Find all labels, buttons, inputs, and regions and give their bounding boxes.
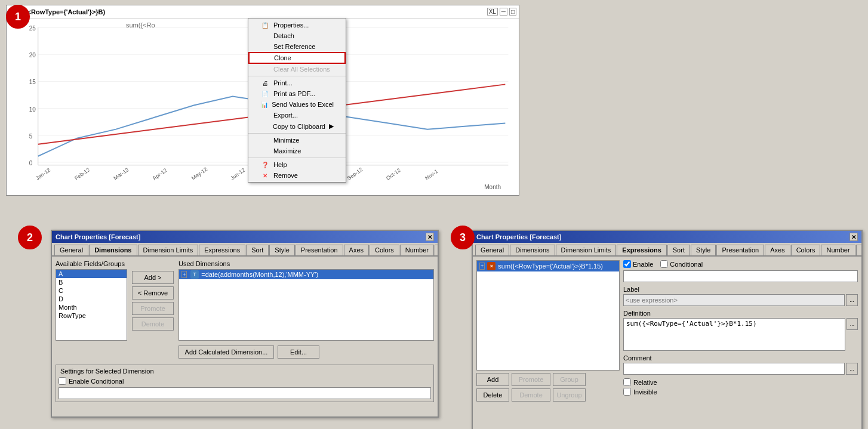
menu-print-pdf[interactable]: 📄 Print as PDF... [248,88,346,99]
menu-clear-all[interactable]: Clear All Selections [248,64,346,75]
comment-input-row: ... [623,363,858,375]
delete-expr-btn[interactable]: Delete [476,388,509,402]
context-menu[interactable]: 📋 Properties... Detach Set Reference Clo… [248,18,346,183]
field-Month[interactable]: Month [56,303,127,311]
tab-axes[interactable]: Axes [344,245,369,255]
relative-checkbox[interactable] [623,378,631,386]
used-dims-bottom-buttons: Add Calculated Dimension... Edit... [178,343,434,361]
label-dots-btn[interactable]: ... [846,294,858,306]
help-icon: ❓ [260,162,270,168]
tab-colors[interactable]: Colors [370,245,399,255]
excel-icon: 📊 [260,101,268,108]
field-B[interactable]: B [56,278,127,286]
tab-general[interactable]: General [54,245,88,255]
comment-input[interactable] [623,363,845,375]
available-fields-label: Available Fields/Groups [56,260,127,267]
field-RowType[interactable]: RowType [56,311,127,320]
menu-minimize[interactable]: Minimize [248,135,346,146]
tab-dimensions[interactable]: Dimensions [89,245,137,257]
tab-font[interactable]: Font [435,245,438,255]
w3-tab-colors[interactable]: Colors [791,245,821,255]
xl-icon[interactable]: XL [487,8,498,16]
w3-tab-dim-limits[interactable]: Dimension Limits [556,245,617,255]
add-expr-btn[interactable]: Add [476,373,509,386]
maximize-icon[interactable]: □ [509,8,516,16]
expressions-listbox[interactable]: + × sum({<RowType={'Actual'}>}B*1.15) [476,260,620,371]
enable-checkbox[interactable] [623,260,631,268]
settings-label: Settings for Selected Dimension [59,368,156,375]
tab-number[interactable]: Number [400,245,434,255]
invisible-checkbox[interactable] [623,388,631,396]
menu-help[interactable]: ❓ Help [248,159,346,170]
definition-dots-btn[interactable]: ... [847,318,858,330]
minimize-icon[interactable]: ─ [500,8,507,16]
definition-textarea[interactable]: sum({<RowType={'Actual'}>}B*1.15) [623,318,845,351]
svg-text:Apr-12: Apr-12 [152,167,168,181]
field-C[interactable]: C [56,286,127,295]
w3-tab-font[interactable]: Font [856,245,861,255]
w3-tab-dimensions[interactable]: Dimensions [510,245,555,255]
promote-expr-btn[interactable]: Promote [512,373,550,386]
separator-3 [248,158,346,158]
used-dim-0[interactable]: + T =date(addmonths(Month,12),'MMM-YY') [179,270,433,279]
menu-send-excel[interactable]: 📊 Send Values to Excel [248,99,346,110]
w3-tab-presentation[interactable]: Presentation [716,245,764,255]
win3-body: + × sum({<RowType={'Actual'}>}B*1.15) Ad… [473,257,861,405]
win3-close[interactable]: ✕ [849,233,858,241]
menu-detach[interactable]: Detach [248,30,346,41]
available-fields-listbox[interactable]: A B C D Month RowType [56,269,127,341]
label-input[interactable] [623,294,845,306]
add-calculated-dim-btn[interactable]: Add Calculated Dimension... [178,345,274,359]
w3-tab-general[interactable]: General [475,245,509,255]
menu-remove[interactable]: ✕ Remove [248,170,346,181]
menu-copy-clipboard[interactable]: Copy to Clipboard ▶ [248,121,346,132]
demote-expr-btn[interactable]: Demote [512,388,550,402]
expr-buttons-top: Add Promote Group [476,373,620,386]
promote-dimension-btn[interactable]: Promote [132,302,174,315]
invisible-row: Invisible [623,388,858,396]
tab-presentation[interactable]: Presentation [296,245,343,255]
w3-tab-expressions[interactable]: Expressions [617,245,666,257]
edit-dim-btn[interactable]: Edit... [278,345,319,359]
used-dims-listbox[interactable]: + T =date(addmonths(Month,12),'MMM-YY') [178,269,434,341]
w3-tab-axes[interactable]: Axes [765,245,790,255]
win2-tabs: General Dimensions Dimension Limits Expr… [52,243,438,257]
chart-window-controls[interactable]: XL ─ □ [487,8,516,16]
badge-2: 2 [18,226,42,249]
remove-dimension-btn[interactable]: < Remove [132,286,174,300]
definition-label: Definition [623,310,858,317]
menu-export[interactable]: Export... [248,110,346,121]
tab-style[interactable]: Style [269,245,294,255]
menu-maximize[interactable]: Maximize [248,146,346,156]
win2-close[interactable]: ✕ [426,233,434,241]
field-D[interactable]: D [56,295,127,303]
tab-sort[interactable]: Sort [246,245,269,255]
demote-dimension-btn[interactable]: Demote [132,317,174,331]
tab-dim-limits[interactable]: Dimension Limits [138,245,199,255]
conditional-checkbox[interactable] [660,260,668,268]
comment-dots-btn[interactable]: ... [846,363,858,375]
tab-expressions[interactable]: Expressions [199,245,245,255]
enable-conditional-checkbox[interactable] [59,377,66,385]
w3-tab-number[interactable]: Number [821,245,855,255]
enable-conditional-label: Enable Conditional [69,378,124,385]
menu-clone[interactable]: Clone [248,52,346,64]
ungroup-expr-btn[interactable]: Ungroup [553,388,586,402]
group-expr-btn[interactable]: Group [553,373,586,386]
conditional-input[interactable] [59,387,431,399]
invisible-label: Invisible [633,388,657,396]
add-dimension-btn[interactable]: Add > [132,271,174,284]
expr-0[interactable]: + × sum({<RowType={'Actual'}>}B*1.15) [477,261,619,271]
w3-tab-style[interactable]: Style [691,245,716,255]
w3-tab-sort[interactable]: Sort [667,245,690,255]
enable-conditional-row: Enable Conditional [59,377,431,385]
menu-print[interactable]: 🖨 Print... [248,78,346,88]
menu-properties[interactable]: 📋 Properties... [248,20,346,30]
menu-set-reference[interactable]: Set Reference [248,41,346,52]
remove-icon: ✕ [260,172,270,179]
field-A[interactable]: A [56,270,127,278]
dim-type-icon: T [190,270,199,279]
conditional-expr-input[interactable] [623,270,858,282]
win3-titlebar: Chart Properties [Forecast] ✕ [473,231,861,243]
svg-text:Nov-1: Nov-1 [424,168,439,181]
